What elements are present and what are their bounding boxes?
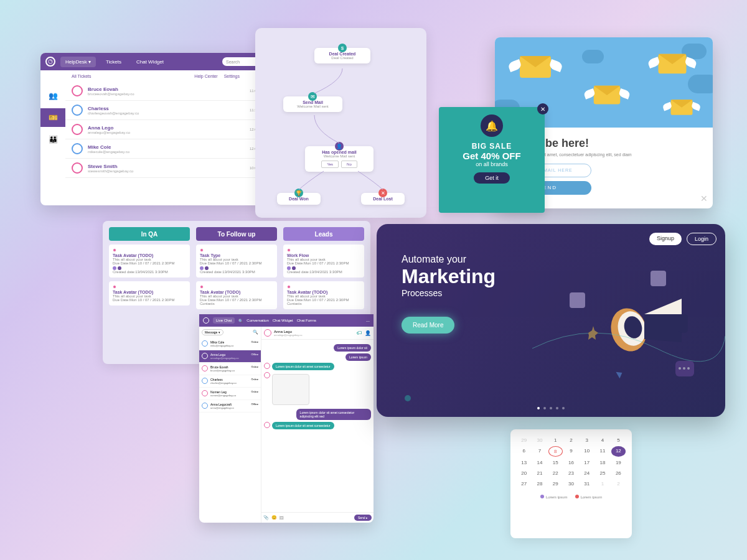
calendar-day[interactable]: 22: [548, 469, 563, 478]
calendar-day[interactable]: 27: [517, 479, 531, 488]
calendar-day[interactable]: 13: [517, 458, 531, 467]
ticket-row[interactable]: Anna Legoannalego@engagebay.co12:00AM: [65, 120, 271, 139]
nav-helpdesk[interactable]: HelpDesk ▾: [60, 57, 96, 67]
flow-node-deal-lost[interactable]: ✕ Deal Lost: [361, 193, 405, 205]
calendar-day[interactable]: 30: [532, 436, 547, 445]
contact-row[interactable]: Anna Legoannalego@engagebay.coOffline: [199, 350, 261, 363]
image-icon[interactable]: 🖼: [280, 516, 284, 520]
avatar: [287, 285, 291, 289]
nav-tickets[interactable]: Tickets: [101, 57, 126, 67]
tag-icon[interactable]: 🏷: [357, 330, 362, 336]
message-filter[interactable]: Message ▾: [202, 329, 223, 335]
nav-chat-widget[interactable]: Chat Widget: [131, 57, 169, 67]
calendar-day[interactable]: 29: [548, 479, 563, 488]
marketing-hero-panel: Signup Login Automate your Marketing Pro…: [377, 224, 725, 417]
nav-chat-widget[interactable]: Chat Widget: [273, 319, 293, 322]
calendar-day[interactable]: 5: [611, 436, 626, 445]
emoji-icon[interactable]: 😊: [271, 515, 277, 520]
envelope-icon: [659, 54, 687, 74]
no-button[interactable]: No: [341, 161, 357, 168]
calendar-day[interactable]: 2: [564, 436, 578, 445]
calendar-day[interactable]: 6: [517, 446, 531, 457]
calendar-day[interactable]: 16: [564, 458, 578, 467]
calendar-day[interactable]: 1: [595, 479, 609, 488]
calendar-day[interactable]: 11: [595, 446, 609, 457]
calendar-day[interactable]: 9: [564, 446, 578, 457]
user-add-icon[interactable]: 👤: [365, 330, 371, 336]
carousel-dots[interactable]: [537, 407, 565, 409]
nav-chat-forms[interactable]: Chat Forms: [297, 319, 316, 322]
close-icon[interactable]: ✕: [537, 103, 548, 114]
signup-button[interactable]: Signup: [649, 233, 682, 245]
help-center-link[interactable]: Help Center: [194, 74, 217, 78]
envelope-icon: [671, 100, 693, 115]
calendar-day[interactable]: 24: [580, 469, 594, 478]
contact-row[interactable]: Bruce Eovahbruce@engagebay.coOnline: [199, 363, 261, 375]
get-it-button[interactable]: Get it: [474, 172, 510, 184]
calendar-day[interactable]: 25: [595, 469, 609, 478]
login-button[interactable]: Login: [687, 233, 716, 245]
calendar-day[interactable]: 21: [532, 469, 547, 478]
ticket-icon[interactable]: 🎫: [40, 108, 65, 127]
calendar-day[interactable]: 2: [611, 479, 626, 488]
calendar-day[interactable]: 18: [595, 458, 609, 467]
contact-row[interactable]: Charlesscharles@engagebay.coOnline: [199, 375, 261, 388]
calendar-grid[interactable]: 2930123456789101112131415161718192021222…: [517, 436, 626, 488]
group-icon[interactable]: 👪: [48, 134, 58, 144]
nav-conversation[interactable]: Conversation: [247, 319, 268, 322]
ticket-row[interactable]: Mike Colemikecole@engagebay.co12:00AM: [65, 139, 271, 159]
search-icon[interactable]: 🔍: [253, 330, 258, 335]
calendar-day[interactable]: 26: [611, 469, 626, 478]
contact-row[interactable]: Anna Legocraftanna@engagebay.coOffline: [199, 400, 261, 413]
helpdesk-subheader: All Tickets Help Center Settings: [40, 70, 271, 82]
settings-link[interactable]: Settings: [224, 74, 240, 78]
kanban-card[interactable]: Task Avatar (TODO)This all about your ta…: [283, 281, 364, 309]
calendar-day[interactable]: 31: [580, 479, 594, 488]
calendar-day[interactable]: 7: [532, 446, 547, 457]
calendar-day[interactable]: 29: [517, 436, 531, 445]
kanban-card[interactable]: Task Avatar (TODO)This all about your ta…: [109, 281, 190, 306]
calendar-day[interactable]: 23: [564, 469, 578, 478]
users-icon[interactable]: 👥: [48, 91, 58, 101]
ticket-row[interactable]: Stewe Smithstewesmith@engagebay.co10:00P…: [65, 159, 271, 178]
attach-icon[interactable]: 📎: [263, 515, 269, 520]
calendar-day[interactable]: 14: [532, 458, 547, 467]
calendar-day[interactable]: 15: [548, 458, 563, 467]
calendar-day[interactable]: 8: [548, 446, 563, 457]
flow-node-deal-won[interactable]: 🏆 Deal Won: [277, 193, 321, 205]
kanban-card[interactable]: Task Avatar (TODO)This all about your ta…: [109, 245, 190, 278]
kanban-card[interactable]: Task Avatar (TODO)This all about your ta…: [196, 281, 277, 309]
close-icon[interactable]: ✕: [700, 194, 708, 203]
kanban-card[interactable]: Task TypeThis all about your taskDue Dat…: [196, 245, 277, 278]
calendar-day[interactable]: 30: [564, 479, 578, 488]
all-tickets-link[interactable]: All Tickets: [72, 74, 92, 78]
calendar-day[interactable]: 1: [548, 436, 563, 445]
flow-node-opened-mail[interactable]: 👤 Has opened mailWelcome Mail sent YesNo: [305, 146, 374, 172]
yes-button[interactable]: Yes: [321, 161, 339, 168]
dollar-icon: $: [338, 44, 347, 52]
kanban-card[interactable]: Work FlowThis all about your taskDue Dat…: [283, 245, 364, 278]
sale-label: BIG SALE: [439, 142, 545, 151]
ticket-row[interactable]: Bruce Eovahbruceeovah@engagebay.co11:00A…: [65, 82, 271, 101]
calendar-day[interactable]: 10: [580, 446, 594, 457]
flow-node-deal-created[interactable]: $ Deal CreatedDeal Created: [314, 48, 370, 63]
contact-row[interactable]: Nomen Legnomen@engagebay.coOnline: [199, 388, 261, 400]
nav-livechat[interactable]: Live Chat: [213, 317, 235, 324]
contact-row[interactable]: Mika Colemika@engagebay.coOnline: [199, 338, 261, 350]
attachment-preview[interactable]: [272, 374, 309, 405]
calendar-day[interactable]: 17: [580, 458, 594, 467]
search-icon[interactable]: 🔍: [238, 319, 243, 323]
calendar-day[interactable]: 12: [611, 446, 626, 457]
svg-rect-4: [679, 314, 688, 333]
calendar-day[interactable]: 3: [580, 436, 594, 445]
messages-list: Lorem ipsum dolor sit Lorem ipsum Lorem …: [261, 340, 374, 512]
more-icon[interactable]: ⋯: [366, 319, 370, 323]
send-button[interactable]: Send ▸: [354, 515, 372, 521]
calendar-day[interactable]: 20: [517, 469, 531, 478]
flow-node-send-mail[interactable]: ✉ Send MailWelcome Mail sent: [283, 96, 342, 112]
read-more-button[interactable]: Read More: [402, 317, 454, 334]
calendar-day[interactable]: 28: [532, 479, 547, 488]
calendar-day[interactable]: 4: [595, 436, 609, 445]
ticket-row[interactable]: Charlesscharlesgeovah@engagebay.co11:30A…: [65, 101, 271, 120]
calendar-day[interactable]: 19: [611, 458, 626, 467]
